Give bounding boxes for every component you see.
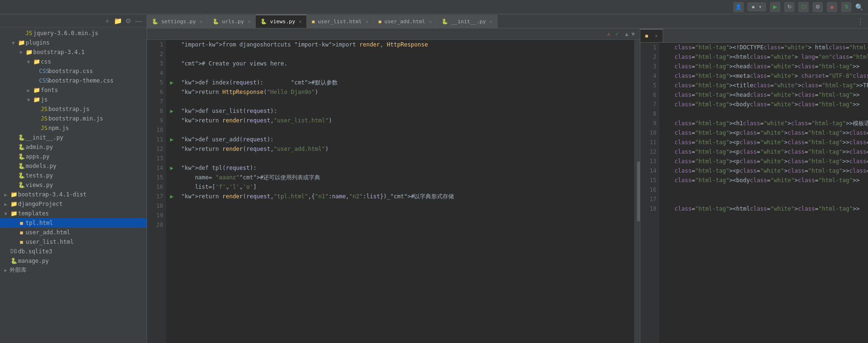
- html-code-line-7: class="html-tag"><bodyclass="white">clas…: [674, 100, 868, 109]
- run-gutter-icon[interactable]: ▶: [170, 108, 173, 114]
- tree-item-bootstrap341[interactable]: ▼📁bootstrap-3.4.1: [0, 47, 147, 57]
- run-gutter-icon[interactable]: ▶: [170, 193, 173, 200]
- tree-item-external-libs[interactable]: ▶外部库: [0, 266, 147, 275]
- project-selector[interactable]: ◆ ▾: [748, 2, 766, 11]
- html-tab-close[interactable]: ✕: [655, 33, 658, 38]
- tab-settings-py[interactable]: 🐍settings.py✕: [147, 15, 208, 28]
- html-tab-bar: ◼ ✕: [640, 28, 868, 43]
- run-gutter-icon[interactable]: ▶: [170, 136, 173, 143]
- html-pane: ◼ ✕ 123456789101112131415161718 class="h…: [640, 28, 868, 343]
- tree-item-js[interactable]: ▼📁js: [0, 95, 147, 104]
- tab-close-btn[interactable]: ✕: [489, 19, 492, 24]
- tree-item-bootstrap.css[interactable]: CSSbootstrap.css: [0, 66, 147, 76]
- top-bar: 👤 ◆ ▾ ▶ ↻ ⬡ ⚙ ■ ⇅ 🔍: [0, 0, 868, 14]
- run-gutter-icon[interactable]: ▶: [170, 79, 173, 86]
- tree-item-djangoProject[interactable]: ▶📁djangoProject: [0, 199, 147, 209]
- tree-item-views[interactable]: 🐍views.py: [0, 180, 147, 190]
- nav-up-btn[interactable]: ▲: [624, 31, 629, 37]
- tab-close-btn[interactable]: ✕: [248, 19, 250, 24]
- html-editor[interactable]: 123456789101112131415161718 class="html-…: [640, 43, 868, 343]
- tree-item-bootstrap.js[interactable]: JSbootstrap.js: [0, 104, 147, 114]
- sidebar-new-file-btn[interactable]: +: [103, 17, 111, 25]
- tab-label: views.py: [270, 19, 295, 25]
- tree-item-fonts[interactable]: ▶📁fonts: [0, 85, 147, 95]
- html-line-number-6: 6: [643, 90, 656, 100]
- scrollbar-right[interactable]: [634, 40, 640, 343]
- tree-item-bootstrap341dist[interactable]: ▶📁bootstrap-3.4.1-dist: [0, 190, 147, 199]
- gutter-6: [166, 87, 177, 97]
- chevron-down-icon: ▾: [758, 4, 762, 10]
- tab-urls-py[interactable]: 🐍urls.py✕: [208, 15, 256, 28]
- debug-button[interactable]: ⬡: [798, 2, 809, 12]
- search-icon[interactable]: 🔍: [855, 3, 863, 11]
- git-button[interactable]: ⇅: [841, 2, 851, 12]
- tab-__init__-py[interactable]: 🐍__init__.py✕: [437, 15, 498, 28]
- sidebar-settings-btn[interactable]: ⚙: [124, 17, 132, 25]
- code-line-20: [181, 220, 630, 230]
- tree-item-bootstrap-theme.css[interactable]: CSSbootstrap-theme.css: [0, 76, 147, 85]
- tree-item-templates[interactable]: ▼📁templates: [0, 209, 147, 218]
- html-line-number-1: 1: [643, 43, 656, 52]
- tree-item-npm.js[interactable]: JSnpm.js: [0, 123, 147, 133]
- tree-item-user_list.html[interactable]: ◼user_list.html: [0, 237, 147, 247]
- gutter-8: ▶: [166, 106, 177, 116]
- tab-menu-button[interactable]: ⋮: [853, 15, 868, 28]
- tree-item-user_add.html[interactable]: ◼user_add.html: [0, 228, 147, 237]
- tree-item-__init__[interactable]: 🐍__init__.py: [0, 133, 147, 142]
- py-file-icon: 🐍: [17, 143, 26, 151]
- code-editor-views[interactable]: 1234567891011121314151617181920 ▶▶▶▶▶ "i…: [147, 40, 640, 343]
- tree-arrow: ▼: [25, 58, 32, 65]
- tree-item-models[interactable]: 🐍models.py: [0, 161, 147, 171]
- tree-item-db.sqlite3[interactable]: DBdb.sqlite3: [0, 247, 147, 256]
- external-libs-label: 外部库: [9, 266, 27, 274]
- gutter-14: ▶: [166, 163, 177, 173]
- tab-close-btn[interactable]: ✕: [200, 19, 203, 24]
- sidebar-new-folder-btn[interactable]: 📁: [113, 17, 122, 25]
- folder-icon: 📁: [32, 86, 41, 94]
- run-gutter-icon[interactable]: ▶: [170, 165, 173, 171]
- sidebar-tree: JSjquery-3.6.0.min.js▼📁plugins▼📁bootstra…: [0, 28, 147, 343]
- tree-item-plugins[interactable]: ▼📁plugins: [0, 38, 147, 47]
- tree-item-css[interactable]: ▼📁css: [0, 57, 147, 66]
- html-line-number-17: 17: [643, 195, 656, 204]
- tab-user_add-html[interactable]: ◼user_add.html✕: [374, 15, 437, 28]
- tab-bar: 🐍settings.py✕🐍urls.py✕🐍views.py✕◼user_li…: [147, 14, 868, 28]
- nav-down-btn[interactable]: ▼: [630, 31, 636, 37]
- line-number-4: 4: [150, 68, 163, 78]
- tree-arrow-spacer: [9, 153, 17, 160]
- stop-button[interactable]: ■: [827, 2, 837, 12]
- user-button[interactable]: 👤: [733, 2, 744, 12]
- tab-close-btn[interactable]: ✕: [299, 19, 302, 24]
- py-file-icon: 🐍: [17, 162, 26, 170]
- tab-close-btn[interactable]: ✕: [366, 19, 369, 24]
- scrollbar-thumb[interactable]: [637, 161, 640, 222]
- gutter-7: [166, 97, 177, 106]
- tab-user_list-html[interactable]: ◼user_list.html✕: [307, 15, 373, 28]
- refresh-button[interactable]: ↻: [784, 2, 794, 12]
- sidebar-collapse-btn[interactable]: —: [134, 17, 143, 25]
- html-tab-tpl[interactable]: ◼ ✕: [640, 29, 663, 42]
- line-number-2: 2: [150, 49, 163, 59]
- line-number-10: 10: [150, 125, 163, 135]
- gutter-9: [166, 116, 177, 125]
- code-line-18: [181, 201, 630, 211]
- tab-close-btn[interactable]: ✕: [429, 19, 432, 24]
- project-diamond-icon: ◆: [752, 4, 755, 10]
- tree-item-manage[interactable]: 🐍manage.py: [0, 256, 147, 266]
- run-button[interactable]: ▶: [770, 2, 780, 12]
- tab-views-py[interactable]: 🐍views.py✕: [256, 15, 307, 28]
- tree-item-jquery[interactable]: JSjquery-3.6.0.min.js: [0, 28, 147, 38]
- tree-item-tests[interactable]: 🐍tests.py: [0, 171, 147, 180]
- tree-item-tpl.html[interactable]: ◼tpl.html: [0, 218, 147, 228]
- folder-icon: 📁: [25, 48, 33, 56]
- tree-arrow-spacer: [17, 29, 25, 37]
- line-number-7: 7: [150, 97, 163, 106]
- settings-button[interactable]: ⚙: [813, 2, 823, 12]
- tree-item-bootstrap.min.js[interactable]: JSbootstrap.min.js: [0, 114, 147, 123]
- tree-item-admin[interactable]: 🐍admin.py: [0, 142, 147, 152]
- html-tab-icon: ◼: [645, 33, 648, 39]
- line-number-13: 13: [150, 154, 163, 163]
- gutter-17: ▶: [166, 192, 177, 201]
- tree-label: bootstrap-theme.css: [48, 77, 113, 84]
- tree-item-apps[interactable]: 🐍apps.py: [0, 152, 147, 161]
